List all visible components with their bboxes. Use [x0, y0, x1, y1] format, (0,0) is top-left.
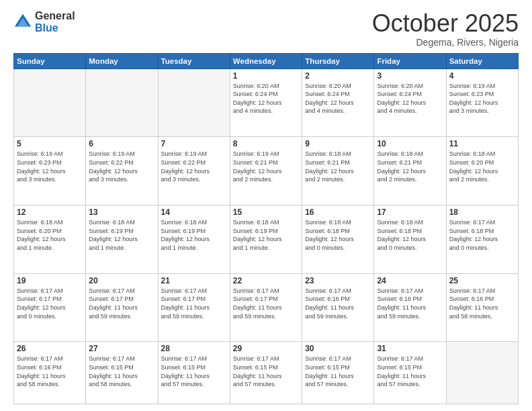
table-row [158, 68, 230, 137]
calendar-table: Sunday Monday Tuesday Wednesday Thursday… [13, 53, 519, 404]
day-info: Sunrise: 6:18 AMSunset: 6:19 PMDaylight:… [89, 218, 154, 252]
day-info: Sunrise: 6:17 AMSunset: 6:16 PMDaylight:… [377, 287, 443, 320]
day-number: 22 [233, 276, 299, 285]
day-number: 9 [305, 139, 371, 148]
table-row: 7Sunrise: 6:19 AMSunset: 6:22 PMDaylight… [158, 137, 230, 205]
day-number: 3 [377, 71, 443, 81]
day-info: Sunrise: 6:18 AMSunset: 6:18 PMDaylight:… [305, 218, 371, 252]
day-number: 31 [377, 344, 443, 353]
day-number: 7 [161, 139, 227, 148]
day-info: Sunrise: 6:18 AMSunset: 6:20 PMDaylight:… [449, 150, 515, 183]
table-row: 12Sunrise: 6:18 AMSunset: 6:20 PMDayligh… [14, 205, 86, 274]
header-sunday: Sunday [14, 53, 86, 68]
header-thursday: Thursday [302, 53, 374, 68]
table-row: 29Sunrise: 6:17 AMSunset: 6:15 PMDayligh… [230, 342, 302, 404]
header: General Blue October 2025 Degema, Rivers… [13, 10, 519, 48]
table-row: 19Sunrise: 6:17 AMSunset: 6:17 PMDayligh… [14, 273, 86, 342]
day-number: 17 [377, 208, 443, 217]
table-row: 20Sunrise: 6:17 AMSunset: 6:17 PMDayligh… [86, 273, 158, 342]
table-row: 23Sunrise: 6:17 AMSunset: 6:16 PMDayligh… [302, 273, 374, 342]
table-row [86, 68, 158, 137]
day-number: 1 [233, 71, 299, 81]
table-row: 16Sunrise: 6:18 AMSunset: 6:18 PMDayligh… [302, 205, 374, 274]
table-row: 31Sunrise: 6:17 AMSunset: 6:15 PMDayligh… [374, 342, 446, 404]
day-number: 8 [233, 139, 299, 148]
day-info: Sunrise: 6:19 AMSunset: 6:21 PMDaylight:… [233, 150, 299, 183]
day-info: Sunrise: 6:17 AMSunset: 6:15 PMDaylight:… [377, 355, 443, 388]
day-info: Sunrise: 6:19 AMSunset: 6:23 PMDaylight:… [17, 150, 83, 183]
page: General Blue October 2025 Degema, Rivers… [0, 0, 532, 411]
day-number: 24 [377, 276, 443, 285]
table-row: 21Sunrise: 6:17 AMSunset: 6:17 PMDayligh… [158, 273, 230, 342]
day-number: 13 [89, 208, 154, 217]
day-number: 18 [449, 208, 515, 217]
day-number: 21 [161, 276, 227, 285]
header-saturday: Saturday [446, 53, 518, 68]
table-row: 5Sunrise: 6:19 AMSunset: 6:23 PMDaylight… [14, 137, 86, 205]
day-info: Sunrise: 6:20 AMSunset: 6:24 PMDaylight:… [305, 82, 371, 116]
day-info: Sunrise: 6:17 AMSunset: 6:16 PMDaylight:… [305, 287, 371, 320]
table-row: 4Sunrise: 6:19 AMSunset: 6:23 PMDaylight… [446, 68, 518, 137]
day-info: Sunrise: 6:20 AMSunset: 6:24 PMDaylight:… [377, 82, 443, 116]
day-number: 14 [161, 208, 227, 217]
table-row: 17Sunrise: 6:18 AMSunset: 6:18 PMDayligh… [374, 205, 446, 274]
table-row: 2Sunrise: 6:20 AMSunset: 6:24 PMDaylight… [302, 68, 374, 137]
day-info: Sunrise: 6:17 AMSunset: 6:15 PMDaylight:… [89, 355, 154, 388]
day-info: Sunrise: 6:17 AMSunset: 6:15 PMDaylight:… [233, 355, 299, 388]
day-info: Sunrise: 6:17 AMSunset: 6:15 PMDaylight:… [305, 355, 371, 388]
day-number: 19 [17, 276, 83, 285]
table-row: 9Sunrise: 6:18 AMSunset: 6:21 PMDaylight… [302, 137, 374, 205]
day-number: 15 [233, 208, 299, 217]
day-info: Sunrise: 6:18 AMSunset: 6:21 PMDaylight:… [305, 150, 371, 183]
day-number: 23 [305, 276, 371, 285]
day-info: Sunrise: 6:17 AMSunset: 6:17 PMDaylight:… [233, 287, 299, 320]
logo: General Blue [13, 10, 75, 34]
table-row: 11Sunrise: 6:18 AMSunset: 6:20 PMDayligh… [446, 137, 518, 205]
day-number: 6 [89, 139, 154, 148]
day-number: 11 [449, 139, 515, 148]
day-number: 27 [89, 344, 154, 353]
header-friday: Friday [374, 53, 446, 68]
table-row: 15Sunrise: 6:18 AMSunset: 6:19 PMDayligh… [230, 205, 302, 274]
day-number: 25 [449, 276, 515, 285]
header-tuesday: Tuesday [158, 53, 230, 68]
day-info: Sunrise: 6:17 AMSunset: 6:17 PMDaylight:… [89, 287, 154, 320]
day-info: Sunrise: 6:18 AMSunset: 6:18 PMDaylight:… [377, 218, 443, 252]
table-row: 18Sunrise: 6:17 AMSunset: 6:18 PMDayligh… [446, 205, 518, 274]
day-info: Sunrise: 6:17 AMSunset: 6:17 PMDaylight:… [17, 287, 83, 320]
day-number: 10 [377, 139, 443, 148]
logo-text: General Blue [35, 10, 75, 34]
day-info: Sunrise: 6:18 AMSunset: 6:20 PMDaylight:… [17, 218, 83, 252]
day-number: 16 [305, 208, 371, 217]
title-block: October 2025 Degema, Rivers, Nigeria [372, 10, 519, 48]
day-info: Sunrise: 6:17 AMSunset: 6:18 PMDaylight:… [449, 218, 515, 252]
day-info: Sunrise: 6:19 AMSunset: 6:22 PMDaylight:… [89, 150, 154, 183]
table-row: 24Sunrise: 6:17 AMSunset: 6:16 PMDayligh… [374, 273, 446, 342]
day-info: Sunrise: 6:18 AMSunset: 6:19 PMDaylight:… [233, 218, 299, 252]
logo-icon [13, 13, 32, 32]
logo-blue: Blue [35, 22, 75, 34]
table-row: 10Sunrise: 6:18 AMSunset: 6:21 PMDayligh… [374, 137, 446, 205]
table-row: 25Sunrise: 6:17 AMSunset: 6:16 PMDayligh… [446, 273, 518, 342]
header-wednesday: Wednesday [230, 53, 302, 68]
day-number: 2 [305, 71, 371, 81]
day-info: Sunrise: 6:18 AMSunset: 6:21 PMDaylight:… [377, 150, 443, 183]
day-number: 20 [89, 276, 154, 285]
day-info: Sunrise: 6:18 AMSunset: 6:19 PMDaylight:… [161, 218, 227, 252]
day-number: 28 [161, 344, 227, 353]
day-number: 12 [17, 208, 83, 217]
month-title: October 2025 [372, 10, 519, 37]
table-row: 28Sunrise: 6:17 AMSunset: 6:15 PMDayligh… [158, 342, 230, 404]
table-row: 3Sunrise: 6:20 AMSunset: 6:24 PMDaylight… [374, 68, 446, 137]
table-row: 13Sunrise: 6:18 AMSunset: 6:19 PMDayligh… [86, 205, 158, 274]
table-row [446, 342, 518, 404]
table-row: 22Sunrise: 6:17 AMSunset: 6:17 PMDayligh… [230, 273, 302, 342]
table-row: 8Sunrise: 6:19 AMSunset: 6:21 PMDaylight… [230, 137, 302, 205]
table-row [14, 68, 86, 137]
day-info: Sunrise: 6:20 AMSunset: 6:24 PMDaylight:… [233, 82, 299, 116]
day-info: Sunrise: 6:19 AMSunset: 6:23 PMDaylight:… [449, 82, 515, 116]
day-info: Sunrise: 6:17 AMSunset: 6:17 PMDaylight:… [161, 287, 227, 320]
day-info: Sunrise: 6:17 AMSunset: 6:15 PMDaylight:… [161, 355, 227, 388]
day-info: Sunrise: 6:19 AMSunset: 6:22 PMDaylight:… [161, 150, 227, 183]
table-row: 26Sunrise: 6:17 AMSunset: 6:16 PMDayligh… [14, 342, 86, 404]
